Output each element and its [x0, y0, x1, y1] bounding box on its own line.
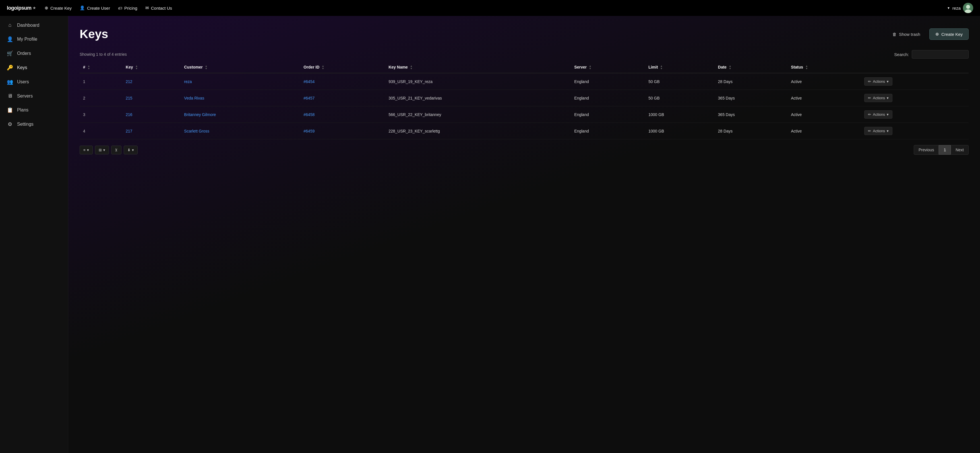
create-user-icon: 👤: [80, 5, 85, 11]
col-key[interactable]: Key ▲▼: [122, 62, 181, 73]
columns-tool-button[interactable]: ≡ ▾: [80, 146, 93, 154]
cell-date-1: 365 Days: [715, 90, 788, 106]
key-link-2[interactable]: 216: [126, 112, 132, 117]
col-order-id[interactable]: Order ID ▲▼: [300, 62, 385, 73]
create-key-button[interactable]: ⊕ Create Key: [929, 29, 969, 40]
logo[interactable]: logoipsum★: [7, 5, 35, 11]
sidebar-item-keys[interactable]: 🔑 Keys: [0, 60, 68, 75]
cell-limit-1: 50 GB: [645, 90, 715, 106]
edit-icon-1: ✏: [868, 96, 871, 100]
topnav-pricing[interactable]: 🏷 Pricing: [118, 6, 137, 11]
customer-link-2[interactable]: Britanney Gilmore: [184, 112, 216, 117]
customer-link-0[interactable]: reza: [184, 79, 192, 84]
page-1-button[interactable]: 1: [939, 145, 951, 155]
grid-tool-button[interactable]: ⊞ ▾: [95, 146, 109, 154]
cell-server-2: England: [571, 106, 645, 123]
sidebar-settings-label: Settings: [17, 122, 33, 127]
sort-icon-num: ▲▼: [88, 65, 90, 70]
edit-icon-0: ✏: [868, 79, 871, 84]
order-link-0[interactable]: #6454: [304, 79, 315, 84]
customer-link-1[interactable]: Veda Rivas: [184, 96, 204, 100]
cell-key-2: 216: [122, 106, 181, 123]
cell-customer-0: reza: [181, 73, 300, 90]
cell-limit-2: 1000 GB: [645, 106, 715, 123]
actions-button-2[interactable]: ✏ Actions ▾: [864, 110, 892, 119]
order-link-2[interactable]: #6458: [304, 112, 315, 117]
page-actions: 🗑 Show trash ⊕ Create Key: [888, 29, 969, 40]
col-limit[interactable]: Limit ▲▼: [645, 62, 715, 73]
key-link-0[interactable]: 212: [126, 79, 132, 84]
cell-keyname-2: 566_USR_22_KEY_britanney: [385, 106, 571, 123]
sidebar-item-my-profile[interactable]: 👤 My Profile: [0, 32, 68, 46]
cell-status-1: Active: [788, 90, 861, 106]
order-link-1[interactable]: #6457: [304, 96, 315, 100]
logo-star: ★: [33, 6, 36, 10]
cell-key-3: 217: [122, 123, 181, 139]
table-header-row: # ▲▼ Key ▲▼ Customer ▲▼ Order ID: [80, 62, 969, 73]
cell-server-0: England: [571, 73, 645, 90]
cell-limit-0: 50 GB: [645, 73, 715, 90]
cell-date-2: 365 Days: [715, 106, 788, 123]
user-name: reza: [952, 6, 961, 11]
show-trash-button[interactable]: 🗑 Show trash: [888, 29, 925, 40]
cell-keyname-3: 228_USR_23_KEY_scarlettg: [385, 123, 571, 139]
orders-icon: 🛒: [7, 50, 13, 57]
search-area: Search:: [894, 50, 969, 59]
user-chevron-icon: ▼: [947, 6, 950, 10]
order-link-3[interactable]: #6459: [304, 129, 315, 134]
topnav-create-user[interactable]: 👤 Create User: [80, 5, 110, 11]
sidebar-item-dashboard[interactable]: ⌂ Dashboard: [0, 18, 68, 32]
user-menu[interactable]: ▼ reza: [947, 3, 973, 13]
sidebar-servers-label: Servers: [17, 94, 33, 99]
actions-chevron-2: ▾: [887, 112, 889, 117]
topnav-create-key-label: Create Key: [50, 6, 72, 11]
export-tool-button[interactable]: ⬇ ▾: [124, 146, 138, 154]
filter-tool-button[interactable]: ⊻: [111, 146, 121, 154]
export-tool-chevron: ▾: [132, 148, 134, 152]
sidebar-keys-label: Keys: [17, 65, 27, 70]
col-date[interactable]: Date ▲▼: [715, 62, 788, 73]
actions-chevron-1: ▾: [887, 96, 889, 100]
columns-tool-chevron: ▾: [87, 148, 89, 152]
topnav-contact-us[interactable]: ✉ Contact Us: [145, 5, 172, 11]
col-num[interactable]: # ▲▼: [80, 62, 122, 73]
actions-label-2: Actions: [873, 112, 885, 117]
table-controls-top: Showing 1 to 4 of 4 entries Search:: [80, 50, 969, 59]
search-input[interactable]: [912, 50, 969, 59]
topnav-links: ⊕ Create Key 👤 Create User 🏷 Pricing ✉ C…: [45, 5, 938, 11]
col-key-name[interactable]: Key Name ▲▼: [385, 62, 571, 73]
col-server[interactable]: Server ▲▼: [571, 62, 645, 73]
sidebar-item-orders[interactable]: 🛒 Orders: [0, 46, 68, 60]
col-status[interactable]: Status ▲▼: [788, 62, 861, 73]
create-key-label: Create Key: [941, 32, 963, 37]
key-link-1[interactable]: 215: [126, 96, 132, 100]
dashboard-icon: ⌂: [7, 22, 13, 28]
customer-link-3[interactable]: Scarlett Gross: [184, 129, 209, 134]
col-customer[interactable]: Customer ▲▼: [181, 62, 300, 73]
topnav-create-key[interactable]: ⊕ Create Key: [45, 5, 72, 11]
sidebar-plans-label: Plans: [17, 108, 29, 113]
sort-icon-limit: ▲▼: [660, 65, 663, 70]
actions-button-0[interactable]: ✏ Actions ▾: [864, 77, 892, 86]
actions-button-3[interactable]: ✏ Actions ▾: [864, 127, 892, 135]
sidebar-item-settings[interactable]: ⚙ Settings: [0, 117, 68, 131]
sidebar-item-plans[interactable]: 📋 Plans: [0, 103, 68, 117]
cell-server-1: England: [571, 90, 645, 106]
sidebar-item-users[interactable]: 👥 Users: [0, 75, 68, 89]
users-icon: 👥: [7, 79, 13, 85]
cell-status-2: Active: [788, 106, 861, 123]
settings-icon: ⚙: [7, 121, 13, 127]
next-page-button[interactable]: Next: [951, 145, 969, 155]
filter-icon: ⊻: [115, 148, 118, 152]
logo-text: logoipsum: [7, 5, 32, 11]
topnav: logoipsum★ ⊕ Create Key 👤 Create User 🏷 …: [0, 0, 980, 16]
key-link-3[interactable]: 217: [126, 129, 132, 134]
col-actions: [861, 62, 969, 73]
cell-order-0: #6454: [300, 73, 385, 90]
layout: ⌂ Dashboard 👤 My Profile 🛒 Orders 🔑 Keys…: [0, 16, 980, 453]
actions-button-1[interactable]: ✏ Actions ▾: [864, 94, 892, 102]
pagination: Previous 1 Next: [914, 145, 969, 155]
sidebar-item-servers[interactable]: 🖥 Servers: [0, 89, 68, 103]
previous-page-button[interactable]: Previous: [914, 145, 939, 155]
sort-icon-server: ▲▼: [589, 65, 592, 70]
